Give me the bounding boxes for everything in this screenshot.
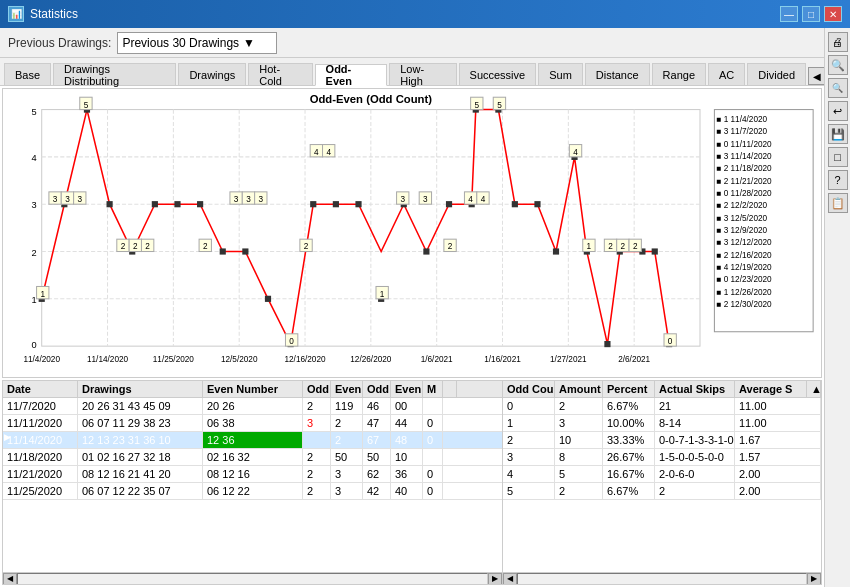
svg-text:Odd-Even (Odd Count): Odd-Even (Odd Count) — [310, 93, 433, 105]
svg-text:■ 1  11/4/2020: ■ 1 11/4/2020 — [716, 115, 767, 124]
svg-text:0: 0 — [668, 337, 673, 346]
zoom-in-button[interactable]: 🔍 — [828, 55, 848, 75]
left-table-cell: 12 13 23 31 36 10 — [78, 432, 203, 448]
tab-successive[interactable]: Successive — [459, 63, 537, 85]
window-controls: — □ ✕ — [780, 6, 842, 22]
left-table-cell: 08 12 16 21 41 20 — [78, 466, 203, 482]
app-icon: 📊 — [8, 6, 24, 22]
right-table-cell: 0 — [503, 398, 555, 414]
svg-text:3: 3 — [77, 195, 82, 204]
right-scroll-left[interactable]: ◀ — [503, 573, 517, 585]
left-table-cell: 00 — [391, 398, 423, 414]
svg-rect-29 — [220, 248, 226, 254]
col-drawings: Drawings — [78, 381, 203, 397]
svg-text:12/26/2020: 12/26/2020 — [350, 355, 392, 364]
left-table-row[interactable]: 11/11/202006 07 11 29 38 2306 383247440 — [3, 415, 502, 432]
svg-text:4: 4 — [468, 195, 473, 204]
previous-drawings-dropdown[interactable]: Previous 30 Drawings ▼ — [117, 32, 277, 54]
right-table-cell: 1.57 — [735, 449, 821, 465]
left-table-cell: 06 38 — [203, 415, 303, 431]
left-table-row[interactable]: 11/21/202008 12 16 21 41 2008 12 1623623… — [3, 466, 502, 483]
right-table-cell: 0-0-7-1-3-3-1-0 — [655, 432, 735, 448]
right-scroll-right[interactable]: ▶ — [807, 573, 821, 585]
svg-text:■ 2  12/16/2020: ■ 2 12/16/2020 — [716, 251, 772, 260]
tab-sum[interactable]: Sum — [538, 63, 583, 85]
tab-divided[interactable]: Divided — [747, 63, 806, 85]
col-odd2: Odd — [363, 381, 391, 397]
left-table-cell: 06 07 11 29 38 23 — [78, 415, 203, 431]
tab-drawings[interactable]: Drawings — [178, 63, 246, 85]
tab-ac[interactable]: AC — [708, 63, 745, 85]
titlebar: 📊 Statistics — □ ✕ — [0, 0, 850, 28]
right-table-cell: 11.00 — [735, 415, 821, 431]
svg-rect-31 — [265, 296, 271, 302]
tab-odd-even[interactable]: Odd-Even — [315, 64, 388, 86]
export-button[interactable]: 📋 — [828, 193, 848, 213]
svg-text:11/25/2020: 11/25/2020 — [153, 355, 195, 364]
minimize-button[interactable]: — — [780, 6, 798, 22]
chart-area: Odd-Even (Odd Count) 5 4 3 — [2, 88, 822, 378]
svg-rect-26 — [152, 201, 158, 207]
left-table-row[interactable]: 11/18/202001 02 16 27 32 1802 16 3225050… — [3, 449, 502, 466]
close-button[interactable]: ✕ — [824, 6, 842, 22]
right-table-cell: 2.00 — [735, 483, 821, 499]
zoom-out-button[interactable]: 🔍 — [828, 78, 848, 98]
right-table-body[interactable]: 026.67%2111.001310.00%8-1411.0021033.33%… — [503, 398, 821, 572]
right-table-row[interactable]: 3826.67%1-5-0-0-5-0-01.57 — [503, 449, 821, 466]
left-table-cell: 47 — [363, 415, 391, 431]
tab-base[interactable]: Base — [4, 63, 51, 85]
left-table-row[interactable]: ▶11/14/202012 13 23 31 36 1012 36267480 — [3, 432, 502, 449]
tab-range[interactable]: Range — [652, 63, 706, 85]
data-area: Date Drawings Even Number Odd Even Odd E… — [2, 380, 822, 585]
undo-button[interactable]: ↩ — [828, 101, 848, 121]
dropdown-value: Previous 30 Drawings — [122, 36, 239, 50]
left-scroll-track[interactable] — [17, 573, 488, 585]
right-table-cell: 26.67% — [603, 449, 655, 465]
svg-rect-24 — [107, 201, 113, 207]
left-table-row[interactable]: 11/25/202006 07 12 22 35 0706 12 2223424… — [3, 483, 502, 500]
svg-text:12/5/2020: 12/5/2020 — [221, 355, 258, 364]
tab-low-high[interactable]: Low-High — [389, 63, 456, 85]
maximize-button[interactable]: □ — [802, 6, 820, 22]
left-table-cell: 46 — [363, 398, 391, 414]
right-scroll-track[interactable] — [517, 573, 807, 585]
app-title: Statistics — [30, 7, 774, 21]
right-hscroll[interactable]: ◀ ▶ — [503, 572, 821, 584]
print-button[interactable]: 🖨 — [828, 32, 848, 52]
right-table-row[interactable]: 026.67%2111.00 — [503, 398, 821, 415]
left-scroll-right[interactable]: ▶ — [488, 573, 502, 585]
tabbar: BaseDrawings DistributingDrawingsHot-Col… — [0, 58, 850, 86]
view-button[interactable]: □ — [828, 147, 848, 167]
left-table-body[interactable]: 11/7/202020 26 31 43 45 0920 26211946001… — [3, 398, 502, 572]
help-button[interactable]: ? — [828, 170, 848, 190]
tab-hot-cold[interactable]: Hot-Cold — [248, 63, 312, 85]
right-table-cell: 33.33% — [603, 432, 655, 448]
left-table-row[interactable]: 11/7/202020 26 31 43 45 0920 2621194600 — [3, 398, 502, 415]
left-scroll-left[interactable]: ◀ — [3, 573, 17, 585]
left-table-cell: 42 — [363, 483, 391, 499]
left-table-cell: 0 — [423, 483, 443, 499]
left-table-cell: 08 12 16 — [203, 466, 303, 482]
left-table-header: Date Drawings Even Number Odd Even Odd E… — [3, 381, 502, 398]
tab-distance[interactable]: Distance — [585, 63, 650, 85]
svg-rect-28 — [197, 201, 203, 207]
previous-drawings-label: Previous Drawings: — [8, 36, 111, 50]
right-toolbar: 🖨 🔍 🔍 ↩ 💾 □ ? 📋 — [824, 28, 850, 587]
left-table-cell: 2 — [303, 466, 331, 482]
svg-rect-33 — [310, 201, 316, 207]
svg-text:4: 4 — [481, 195, 486, 204]
left-table-cell: 06 07 12 22 35 07 — [78, 483, 203, 499]
left-table-cell: 3 — [331, 483, 363, 499]
svg-text:5: 5 — [475, 101, 480, 110]
save-button[interactable]: 💾 — [828, 124, 848, 144]
right-table-row[interactable]: 526.67%22.00 — [503, 483, 821, 500]
col-even2: Even — [391, 381, 423, 397]
right-table-row[interactable]: 1310.00%8-1411.00 — [503, 415, 821, 432]
svg-text:■ 3  12/9/2020: ■ 3 12/9/2020 — [716, 226, 767, 235]
right-table-cell: 8 — [555, 449, 603, 465]
right-table-row[interactable]: 4516.67%2-0-6-02.00 — [503, 466, 821, 483]
right-table-cell: 11.00 — [735, 398, 821, 414]
right-table-row[interactable]: 21033.33%0-0-7-1-3-3-1-01.67 — [503, 432, 821, 449]
left-hscroll[interactable]: ◀ ▶ — [3, 572, 502, 584]
tab-drawings-distributing[interactable]: Drawings Distributing — [53, 63, 176, 85]
